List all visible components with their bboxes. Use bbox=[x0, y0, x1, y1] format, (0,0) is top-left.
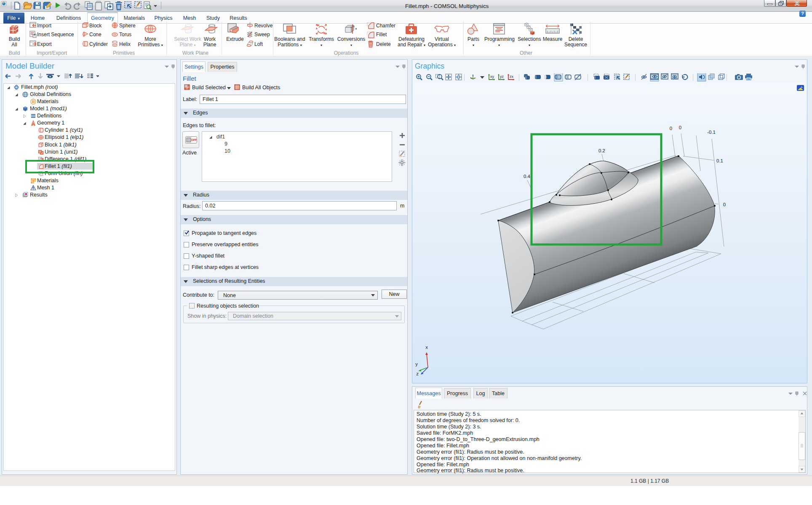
svg-text:xy: xy bbox=[490, 74, 494, 79]
svg-text:z: z bbox=[416, 371, 419, 376]
svg-text:y: y bbox=[415, 361, 418, 367]
svg-text:0.2: 0.2 bbox=[598, 148, 605, 153]
svg-text:-0.1: -0.1 bbox=[707, 130, 716, 135]
svg-text:zx: zx bbox=[510, 74, 514, 79]
svg-text:OFF: OFF bbox=[191, 138, 197, 141]
svg-text:0: 0 bbox=[670, 126, 672, 131]
svg-text:x: x bbox=[425, 345, 428, 350]
svg-text:0: 0 bbox=[679, 125, 681, 130]
svg-text:0.4: 0.4 bbox=[524, 174, 531, 179]
svg-text:yz: yz bbox=[500, 74, 504, 79]
svg-text:0.1: 0.1 bbox=[716, 158, 723, 163]
svg-text:0: 0 bbox=[723, 202, 726, 207]
